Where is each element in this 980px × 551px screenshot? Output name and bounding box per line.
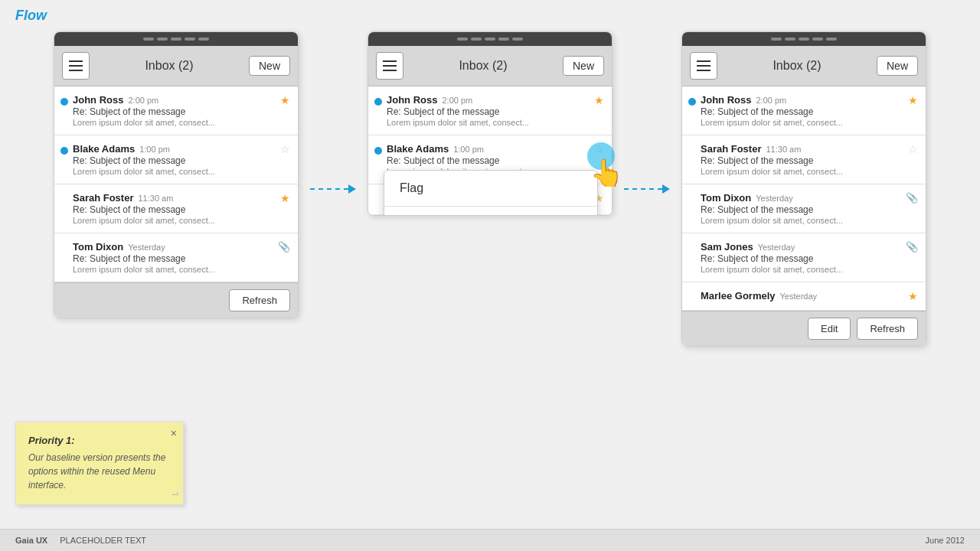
dashed-arrow	[310, 184, 356, 194]
sticky-close-button[interactable]: ×	[171, 427, 177, 439]
email-sender-row: Blake Adams 1:00 pm	[387, 143, 591, 155]
star-icon[interactable]: ★	[280, 192, 290, 204]
email-actions: ★	[280, 192, 290, 204]
email-sender: Blake Adams	[387, 143, 449, 155]
unread-indicator	[374, 147, 382, 155]
phone-left: Inbox (2) New John Ross 2:00 pm Re: Subj…	[54, 31, 299, 318]
email-actions: ★	[908, 94, 918, 106]
status-dot	[771, 37, 782, 41]
left-email-item-3[interactable]: Sarah Foster 11:30 am Re: Subject of the…	[54, 184, 298, 233]
right-new-button[interactable]: New	[877, 56, 918, 76]
right-email-item-2[interactable]: Sarah Foster 11:30 am Re: Subject of the…	[682, 135, 926, 184]
right-email-item-5[interactable]: Marlee Gormely Yesterday ★	[682, 282, 926, 311]
hamburger-line	[69, 70, 83, 71]
star-icon[interactable]: ★	[280, 94, 290, 106]
email-time: 1:00 pm	[453, 145, 484, 154]
context-menu-mark-as-read[interactable]: Mark as Read	[384, 207, 597, 216]
status-dot	[185, 37, 195, 41]
email-subject: Re: Subject of the message	[73, 155, 277, 166]
arrow-head	[662, 184, 670, 194]
left-new-button[interactable]: New	[249, 56, 290, 76]
star-icon[interactable]: ★	[594, 94, 604, 106]
email-sender: Sarah Foster	[701, 143, 761, 155]
right-refresh-button[interactable]: Refresh	[857, 318, 918, 340]
email-preview: Lorem ipsum dolor sit amet, consect...	[73, 167, 277, 176]
email-content: John Ross 2:00 pm Re: Subject of the mes…	[73, 94, 277, 127]
email-subject: Re: Subject of the message	[73, 204, 277, 215]
context-menu-flag[interactable]: Flag	[384, 171, 597, 207]
left-menu-button[interactable]	[62, 52, 90, 80]
hamburger-icon	[383, 60, 397, 71]
arrow-2	[612, 184, 681, 194]
right-phone-header: Inbox (2) New	[682, 46, 926, 86]
email-actions: ★	[594, 94, 604, 106]
star-icon[interactable]: ★	[908, 94, 918, 106]
star-icon[interactable]: ☆	[908, 143, 918, 155]
hamburger-icon	[697, 60, 710, 71]
hamburger-line	[697, 65, 710, 67]
status-dot	[498, 37, 509, 41]
left-email-item-1[interactable]: John Ross 2:00 pm Re: Subject of the mes…	[54, 86, 298, 135]
email-subject: Re: Subject of the message	[701, 253, 903, 264]
app-title: Flow	[15, 8, 47, 24]
right-inbox-title: Inbox (2)	[717, 59, 877, 73]
status-dot	[512, 37, 523, 41]
email-sender-row: Sam Jones Yesterday	[701, 241, 903, 253]
email-preview: Lorem ipsum dolor sit amet, consect...	[701, 167, 905, 176]
email-content: Blake Adams 1:00 pm Re: Subject of the m…	[73, 143, 277, 176]
email-content: Marlee Gormely Yesterday	[701, 290, 905, 302]
star-icon[interactable]: ☆	[280, 143, 290, 155]
middle-inbox-title: Inbox (2)	[403, 59, 563, 73]
email-actions: ☆	[594, 143, 604, 155]
email-preview: Lorem ipsum dolor sit amet, consect...	[73, 216, 277, 225]
email-subject: Re: Subject of the message	[387, 155, 591, 166]
right-menu-button[interactable]	[690, 52, 717, 80]
star-icon[interactable]: ★	[908, 290, 918, 302]
email-subject: Re: Subject of the message	[73, 253, 275, 264]
left-inbox-title: Inbox (2)	[90, 59, 249, 73]
dashed-line	[624, 188, 662, 190]
sticky-body: Our baseline version presents the option…	[28, 451, 171, 492]
email-sender-row: Sarah Foster 11:30 am	[701, 143, 905, 155]
email-content: Sam Jones Yesterday Re: Subject of the m…	[701, 241, 903, 274]
left-email-item-2[interactable]: Blake Adams 1:00 pm Re: Subject of the m…	[54, 135, 298, 184]
email-sender-row: John Ross 2:00 pm	[701, 94, 905, 106]
status-dot	[812, 37, 823, 41]
left-email-item-4[interactable]: Tom Dixon Yesterday Re: Subject of the m…	[54, 233, 298, 282]
footer-placeholder: PLACEHOLDER TEXT	[60, 536, 146, 545]
middle-new-button[interactable]: New	[563, 56, 604, 76]
email-content: Tom Dixon Yesterday Re: Subject of the m…	[73, 241, 275, 274]
status-dot	[471, 37, 482, 41]
middle-menu-button[interactable]	[376, 52, 403, 80]
middle-email-item-1[interactable]: John Ross 2:00 pm Re: Subject of the mes…	[368, 86, 612, 135]
email-time: Yesterday	[128, 243, 165, 252]
arrow-1	[299, 184, 368, 194]
right-email-item-1[interactable]: John Ross 2:00 pm Re: Subject of the mes…	[682, 86, 926, 135]
email-time: 2:00 pm	[756, 96, 786, 105]
hamburger-line	[383, 60, 397, 62]
phone-middle: Inbox (2) New John Ross 2:00 pm Re: Subj…	[368, 31, 612, 216]
right-status-bar	[682, 32, 926, 46]
dashed-arrow	[624, 184, 670, 194]
email-actions: 📎	[278, 241, 290, 253]
right-email-item-4[interactable]: Sam Jones Yesterday Re: Subject of the m…	[682, 233, 926, 282]
phone-right: Inbox (2) New John Ross 2:00 pm Re: Subj…	[681, 31, 926, 347]
email-subject: Re: Subject of the message	[701, 106, 905, 117]
star-icon[interactable]: ☆	[594, 143, 604, 155]
right-edit-button[interactable]: Edit	[808, 318, 851, 340]
right-email-item-3[interactable]: Tom Dixon Yesterday Re: Subject of the m…	[682, 184, 926, 233]
unread-indicator	[688, 98, 696, 106]
status-dot	[198, 37, 209, 41]
left-refresh-button[interactable]: Refresh	[229, 289, 290, 311]
status-dot	[826, 37, 837, 41]
email-sender-row: Tom Dixon Yesterday	[701, 192, 903, 204]
email-content: John Ross 2:00 pm Re: Subject of the mes…	[701, 94, 905, 127]
email-subject: Re: Subject of the message	[701, 204, 903, 215]
hamburger-icon	[69, 60, 83, 71]
phone-middle-wrapper: Inbox (2) New John Ross 2:00 pm Re: Subj…	[368, 31, 612, 216]
email-sender-row: Blake Adams 1:00 pm	[73, 143, 277, 155]
context-menu: Flag Mark as Read Move Delete Cancel	[384, 170, 598, 216]
email-sender: Tom Dixon	[73, 241, 123, 253]
right-phone-bottom: Edit Refresh	[682, 311, 926, 346]
status-dot	[785, 37, 795, 41]
